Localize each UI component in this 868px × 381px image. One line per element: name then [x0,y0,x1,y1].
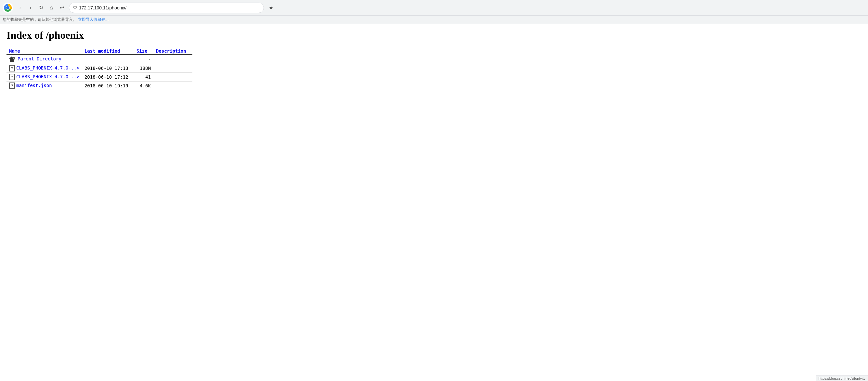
chrome-logo-icon [3,3,13,13]
size-sort-link[interactable]: Size [136,49,148,54]
description-column-header: Description [153,48,192,55]
bookmark-button[interactable]: ★ [267,3,276,12]
file-description-cell [153,82,192,90]
modified-column-header: Last modified [82,48,134,55]
file-description-cell [153,73,192,82]
description-sort-link[interactable]: Description [156,49,186,54]
file-modified-cell [82,55,134,64]
table-row: ?CLABS_PHOENIX-4.7.0-..>2018-06-10 17:12… [6,73,192,82]
security-shield-icon: 🛡 [73,5,77,10]
nav-buttons: ‹ › ↻ ⌂ ↩ [16,3,66,12]
file-description-cell [153,64,192,73]
file-link[interactable]: CLABS_PHOENIX-4.7.0-..> [16,74,79,79]
table-row: ?CLABS_PHOENIX-4.7.0-..>2018-06-10 17:13… [6,64,192,73]
import-bookmarks-link[interactable]: 立即导入收藏夹... [78,17,108,23]
file-size-cell: - [134,55,153,64]
reload-button[interactable]: ↻ [36,3,45,12]
file-name-cell: ?CLABS_PHOENIX-4.7.0-..> [6,73,82,82]
file-size-cell: 188M [134,64,153,73]
bookmarks-bar: 您的收藏夹是空的，请从其他浏览器导入。 立即导入收藏夹... [0,15,868,24]
file-link[interactable]: Parent Directory [18,56,61,61]
file-modified-cell: 2018-06-10 19:19 [82,82,134,90]
file-link[interactable]: manifest.json [16,83,52,88]
back-button[interactable]: ‹ [16,3,25,12]
bookmarks-empty-text: 您的收藏夹是空的，请从其他浏览器导入。 [3,17,77,23]
file-modified-cell: 2018-06-10 17:13 [82,64,134,73]
browser-toolbar: ‹ › ↻ ⌂ ↩ 🛡 172.17.100.11/phoenix/ ★ [0,0,868,15]
table-row: ?manifest.json2018-06-10 19:194.6K [6,82,192,90]
file-icon: ? [9,65,15,71]
name-column-header: Name [6,48,82,55]
modified-sort-link[interactable]: Last modified [85,49,120,54]
size-column-header: Size [134,48,153,55]
table-row: Parent Directory- [6,55,192,64]
file-size-cell: 41 [134,73,153,82]
file-link[interactable]: CLABS_PHOENIX-4.7.0-..> [16,65,79,70]
file-name-cell: Parent Directory [6,55,82,64]
name-sort-link[interactable]: Name [9,49,20,54]
history-button[interactable]: ↩ [57,3,66,12]
page-title: Index of /phoenix [6,29,862,41]
svg-rect-3 [10,59,14,62]
forward-button[interactable]: › [26,3,35,12]
page-content: Index of /phoenix Name Last modified Siz… [0,24,868,95]
file-listing-table: Name Last modified Size Description Pare… [6,48,192,90]
home-button[interactable]: ⌂ [47,3,56,12]
file-icon: ? [9,74,15,80]
url-text: 172.17.100.11/phoenix/ [79,5,126,10]
table-header-row: Name Last modified Size Description [6,48,192,55]
svg-rect-6 [14,57,15,59]
file-icon: ? [9,83,15,89]
file-name-cell: ?manifest.json [6,82,82,90]
address-bar[interactable]: 🛡 172.17.100.11/phoenix/ [69,3,264,13]
back-icon [9,56,16,63]
file-description-cell [153,55,192,64]
file-modified-cell: 2018-06-10 17:12 [82,73,134,82]
svg-point-2 [6,6,9,9]
file-size-cell: 4.6K [134,82,153,90]
file-table-body: Parent Directory-?CLABS_PHOENIX-4.7.0-..… [6,55,192,90]
file-name-cell: ?CLABS_PHOENIX-4.7.0-..> [6,64,82,73]
